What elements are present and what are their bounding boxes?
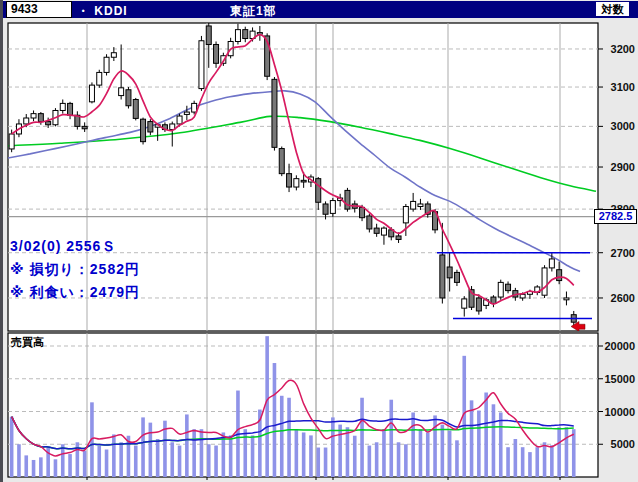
candle-down [557, 270, 562, 281]
volume-bar [368, 446, 372, 477]
volume-bar [280, 396, 284, 477]
volume-bar [375, 442, 379, 477]
candle-down [301, 180, 306, 182]
candle-up [542, 268, 547, 295]
candle-down [82, 126, 87, 128]
volume-bar [353, 436, 357, 477]
volume-bar [185, 414, 189, 477]
candle-up [9, 134, 14, 149]
volume-bar [149, 423, 153, 477]
candle-down [287, 174, 292, 187]
candle-up [498, 282, 503, 297]
candle-up [24, 118, 29, 124]
stop-loss-annotation: ※ 損切り：2582円 [10, 261, 140, 279]
candle-up [89, 85, 94, 102]
volume-bar [119, 442, 123, 477]
candle-up [97, 72, 102, 85]
candle-down [68, 103, 73, 115]
candle-down [206, 26, 211, 45]
volume-bar [499, 412, 503, 477]
volume-bar [207, 444, 211, 477]
volume-bar [61, 444, 65, 477]
candle-up [403, 207, 408, 223]
candle-up [192, 103, 197, 112]
candle-up [199, 41, 204, 89]
volume-bar [17, 444, 21, 477]
volume-axis-label: 15000 [604, 373, 635, 385]
candle-up [381, 228, 386, 235]
volume-bar [214, 446, 218, 477]
candle-down [367, 216, 372, 229]
volume-bar [170, 442, 174, 477]
volume-bar [514, 439, 518, 477]
volume-bar [54, 459, 58, 477]
volume-bar [521, 447, 525, 477]
candle-up [418, 204, 423, 207]
candle-up [564, 298, 569, 300]
volume-bar [134, 446, 138, 477]
volume-bar [295, 429, 299, 477]
candle-up [184, 112, 189, 114]
volume-bar [112, 434, 116, 477]
stock-chart-window: 9433 ・ KDDI 東証1部 対数 32003100300029002800… [0, 0, 638, 482]
volume-bar [346, 427, 350, 477]
volume-bar [192, 429, 196, 477]
candle-down [440, 255, 445, 298]
price-axis-label: 3100 [611, 81, 635, 93]
volume-bar [200, 429, 204, 477]
volume-bar [557, 427, 561, 477]
candle-down [491, 297, 496, 303]
candle-down [396, 236, 401, 240]
candle-up [111, 53, 116, 58]
candle-down [316, 179, 321, 203]
candle-down [243, 30, 248, 39]
candle-down [279, 149, 284, 174]
volume-bar [10, 417, 14, 477]
volume-bar [426, 432, 430, 477]
volume-bar [470, 400, 474, 477]
volume-bar [441, 425, 445, 477]
candle-up [235, 30, 240, 42]
volume-bar [389, 400, 393, 477]
volume-bar [331, 417, 335, 477]
candle-up [411, 201, 416, 209]
volume-bar [535, 447, 539, 477]
volume-bar [251, 435, 255, 477]
candle-up [31, 114, 36, 118]
volume-axis-label: 10000 [604, 406, 635, 418]
volume-bar [316, 448, 320, 477]
trade-entry-annotation: 3/02(0) 2556Ｓ [10, 238, 116, 256]
volume-bar [178, 446, 182, 477]
volume-bar [83, 451, 87, 477]
price-axis-label: 2600 [611, 292, 635, 304]
volume-bar [455, 440, 459, 477]
price-axis-label: 2700 [611, 247, 635, 259]
candle-down [506, 284, 511, 290]
volume-bar [39, 457, 43, 477]
volume-bar [419, 429, 423, 477]
volume-bar [141, 417, 145, 477]
volume-bar [265, 336, 269, 477]
price-axis-label: 3000 [611, 120, 635, 132]
volume-bar [397, 442, 401, 477]
volume-bar [32, 460, 36, 477]
candle-down [374, 228, 379, 233]
candle-up [119, 88, 124, 96]
candle-down [360, 207, 365, 217]
candle-up [294, 179, 299, 187]
volume-bar [477, 411, 481, 477]
candle-down [148, 122, 153, 132]
candle-down [126, 90, 131, 106]
volume-bar [484, 393, 488, 477]
volume-bar [565, 427, 569, 477]
candle-down [447, 267, 452, 278]
current-price-badge: 2782.5 [594, 209, 637, 224]
candle-down [214, 44, 219, 63]
volume-axis-label: 20000 [604, 340, 635, 352]
volume-bar [68, 454, 72, 477]
take-profit-annotation: ※ 利食い：2479円 [10, 284, 140, 302]
candle-up [330, 201, 335, 214]
candle-up [177, 116, 182, 124]
volume-bar [309, 435, 313, 477]
volume-bar [324, 448, 328, 477]
